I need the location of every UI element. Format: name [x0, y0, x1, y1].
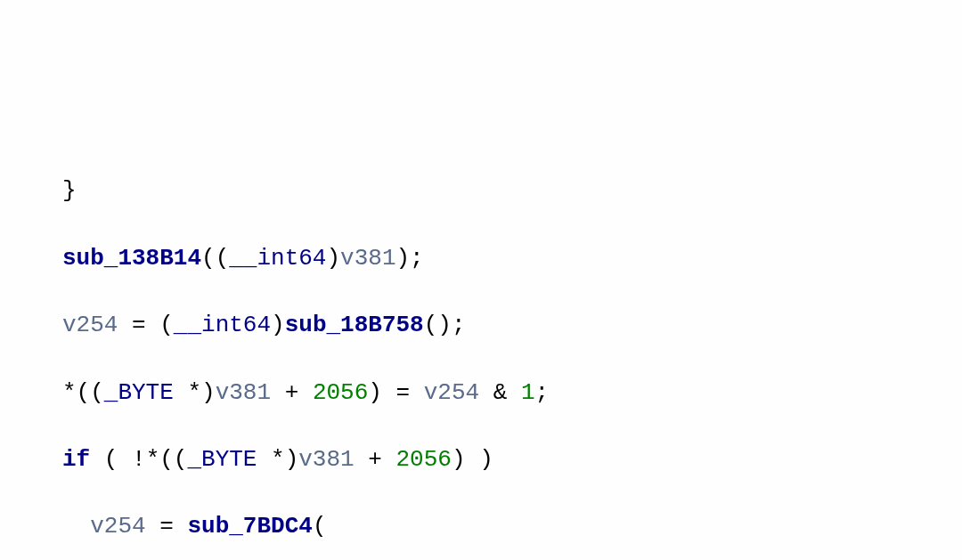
fn-call: sub_7BDC4 [187, 513, 312, 540]
code-line: if ( !*((_BYTE *)v381 + 2056) ) [62, 443, 962, 477]
decompiled-code-view: } sub_138B14((__int64)v381); v254 = (__i… [0, 134, 962, 560]
fn-call: sub_138B14 [62, 245, 201, 272]
keyword-if: if [62, 446, 90, 473]
brace: } [62, 177, 77, 204]
code-line: v254 = (__int64)sub_18B758(); [62, 309, 962, 343]
code-line: *((_BYTE *)v381 + 2056) = v254 & 1; [62, 377, 962, 410]
code-line: v254 = sub_7BDC4( [62, 510, 962, 544]
fn-call: sub_18B758 [285, 312, 424, 338]
code-line: sub_138B14((__int64)v381); [62, 242, 962, 276]
code-line: } [62, 174, 962, 208]
